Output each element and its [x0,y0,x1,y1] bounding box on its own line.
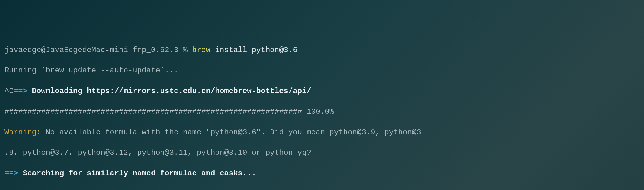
warning-line-1: Warning: No available formula with the n… [4,127,640,138]
warning-text-1: No available formula with the name "pyth… [41,128,421,137]
searching-text: Searching for similarly named formulae a… [23,169,257,178]
progress-line-1: ########################################… [4,107,640,117]
command-args: install python@3.6 [210,46,298,54]
warning-label: Warning: [4,128,41,137]
command-brew: brew [192,46,211,54]
prompt-line: javaedge@JavaEdgedeMac-mini frp_0.52.3 %… [4,45,640,55]
arrow-icon: ==> [14,87,27,95]
prompt-user-host: javaedge@JavaEdgedeMac-mini [4,46,128,54]
arrow-icon: ==> [4,169,18,178]
warning-line-2: .8, python@3.7, python@3.12, python@3.11… [4,148,640,158]
downloading-text: Downloading https://mirrors.ustc.edu.cn/… [32,87,311,95]
ctrl-c: ^C [4,87,14,95]
searching-line: ==> Searching for similarly named formul… [4,168,640,179]
download-line-1: ^C==> Downloading https://mirrors.ustc.e… [4,86,640,96]
prompt-cwd: frp_0.52.3 [133,46,178,54]
running-line: Running `brew update --auto-update`... [4,65,640,76]
prompt-separator: % [183,46,188,54]
